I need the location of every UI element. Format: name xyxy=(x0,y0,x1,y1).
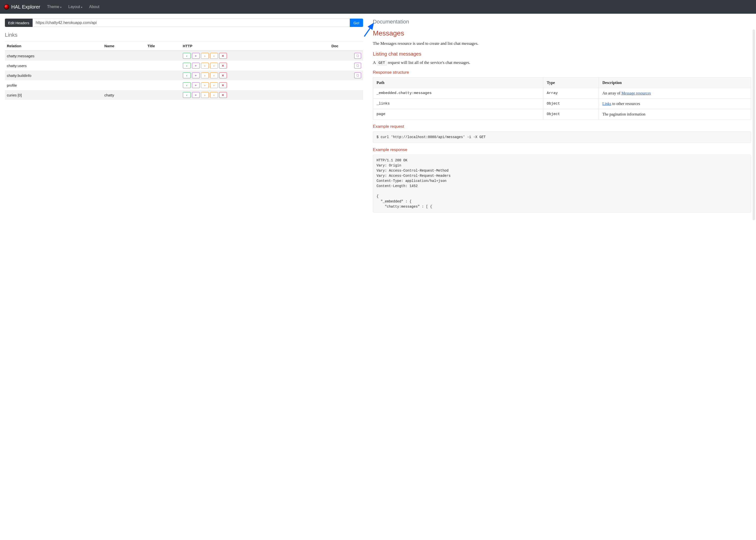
post-button[interactable]: + xyxy=(192,63,200,68)
svg-line-1 xyxy=(364,24,373,37)
patch-button[interactable]: › xyxy=(210,92,218,98)
doc-col-description: Description xyxy=(599,77,751,88)
get-button[interactable]: ‹ xyxy=(183,63,191,68)
description-cell: An array of Message resources xyxy=(599,88,751,99)
brand-label: HAL Explorer xyxy=(11,4,40,10)
type-cell: Object xyxy=(543,109,599,120)
theme-menu[interactable]: Theme▾ xyxy=(45,3,63,10)
url-input[interactable] xyxy=(33,19,350,27)
main: Edit Headers Go! Links Relation Name Tit… xyxy=(0,14,756,222)
doc-button[interactable] xyxy=(354,53,361,59)
hal-eye-icon xyxy=(4,4,9,10)
post-button[interactable]: + xyxy=(192,82,200,88)
path-cell: _embedded.chatty:messages xyxy=(373,88,543,99)
navbar-nav: Theme▾ Layout▾ About xyxy=(45,5,104,9)
doc-example-response-heading: Example response xyxy=(373,147,751,152)
title-cell xyxy=(145,90,181,100)
description-cell: Links to other resources xyxy=(599,99,751,109)
delete-button[interactable]: ✕ xyxy=(219,82,227,88)
links-table: Relation Name Title HTTP Doc chatty:mess… xyxy=(5,41,363,100)
name-cell xyxy=(102,51,145,61)
doc-example-request-heading: Example request xyxy=(373,124,751,129)
response-structure-table: Path Type Description _embedded.chatty:m… xyxy=(373,77,751,120)
right-panel: Documentation Messages The Messages reso… xyxy=(373,19,751,217)
doc-link[interactable]: Links xyxy=(602,102,611,106)
doc-button[interactable] xyxy=(354,63,361,68)
path-cell: _links xyxy=(373,99,543,109)
name-cell xyxy=(102,61,145,70)
doc-col-path: Path xyxy=(373,77,543,88)
doc-button[interactable] xyxy=(354,72,361,78)
relation-cell: profile xyxy=(5,80,102,90)
edit-headers-button[interactable]: Edit Headers xyxy=(5,19,33,27)
doc-title: Messages xyxy=(373,29,751,37)
name-cell: chatty xyxy=(102,90,145,100)
patch-button[interactable]: › xyxy=(210,72,218,78)
title-cell xyxy=(145,51,181,61)
name-cell xyxy=(102,70,145,80)
get-button[interactable]: ‹ xyxy=(183,92,191,98)
path-cell: page xyxy=(373,109,543,120)
documentation-panel: Messages The Messages resource is used t… xyxy=(373,29,751,212)
relation-cell: curies [0] xyxy=(5,90,102,100)
http-cell: ‹+››✕ xyxy=(181,80,329,90)
table-row: profile‹+››✕ xyxy=(5,80,363,90)
table-row: _embedded.chatty:messagesArrayAn array o… xyxy=(373,88,751,99)
doc-cell xyxy=(329,51,363,61)
put-button[interactable]: › xyxy=(201,63,209,68)
doc-response-structure-heading: Response structure xyxy=(373,70,751,75)
about-link[interactable]: About xyxy=(87,3,101,10)
patch-button[interactable]: › xyxy=(210,53,218,59)
delete-button[interactable]: ✕ xyxy=(219,53,227,59)
doc-cell xyxy=(329,70,363,80)
example-response-code: HTTP/1.1 200 OK Vary: Origin Vary: Acces… xyxy=(373,155,751,212)
get-button[interactable]: ‹ xyxy=(183,82,191,88)
documentation-heading: Documentation xyxy=(373,19,751,25)
delete-button[interactable]: ✕ xyxy=(219,72,227,78)
table-row: pageObjectThe pagination information xyxy=(373,109,751,120)
col-relation: Relation xyxy=(5,41,102,51)
put-button[interactable]: › xyxy=(201,82,209,88)
doc-link[interactable]: Message resources xyxy=(621,91,651,95)
table-row: curies [0]chatty‹+››✕ xyxy=(5,90,363,100)
url-bar: Edit Headers Go! xyxy=(5,19,363,27)
doc-cell xyxy=(329,61,363,70)
left-panel: Edit Headers Go! Links Relation Name Tit… xyxy=(5,19,363,217)
table-row: _linksObjectLinks to other resources xyxy=(373,99,751,109)
title-cell xyxy=(145,70,181,80)
type-cell: Object xyxy=(543,99,599,109)
http-cell: ‹+››✕ xyxy=(181,70,329,80)
patch-button[interactable]: › xyxy=(210,82,218,88)
get-button[interactable]: ‹ xyxy=(183,72,191,78)
navbar-brand[interactable]: HAL Explorer xyxy=(4,4,40,10)
layout-menu[interactable]: Layout▾ xyxy=(66,3,84,10)
col-name: Name xyxy=(102,41,145,51)
delete-button[interactable]: ✕ xyxy=(219,63,227,68)
go-button[interactable]: Go! xyxy=(350,19,363,27)
put-button[interactable]: › xyxy=(201,92,209,98)
post-button[interactable]: + xyxy=(192,92,200,98)
col-title: Title xyxy=(145,41,181,51)
get-button[interactable]: ‹ xyxy=(183,53,191,59)
chevron-down-icon: ▾ xyxy=(60,6,62,9)
table-row: chatty:users‹+››✕ xyxy=(5,61,363,70)
http-cell: ‹+››✕ xyxy=(181,61,329,70)
col-doc: Doc xyxy=(329,41,363,51)
name-cell xyxy=(102,80,145,90)
type-cell: Array xyxy=(543,88,599,99)
put-button[interactable]: › xyxy=(201,53,209,59)
scrollbar[interactable] xyxy=(753,29,755,220)
relation-cell: chatty:messages xyxy=(5,51,102,61)
doc-listing-heading: Listing chat messages xyxy=(373,51,751,57)
post-button[interactable]: + xyxy=(192,72,200,78)
chevron-down-icon: ▾ xyxy=(81,6,82,9)
put-button[interactable]: › xyxy=(201,72,209,78)
post-button[interactable]: + xyxy=(192,53,200,59)
http-cell: ‹+››✕ xyxy=(181,51,329,61)
title-cell xyxy=(145,80,181,90)
table-row: chatty:buildinfo‹+››✕ xyxy=(5,70,363,80)
doc-intro: The Messages resource is used to create … xyxy=(373,40,751,47)
patch-button[interactable]: › xyxy=(210,63,218,68)
title-cell xyxy=(145,61,181,70)
delete-button[interactable]: ✕ xyxy=(219,92,227,98)
